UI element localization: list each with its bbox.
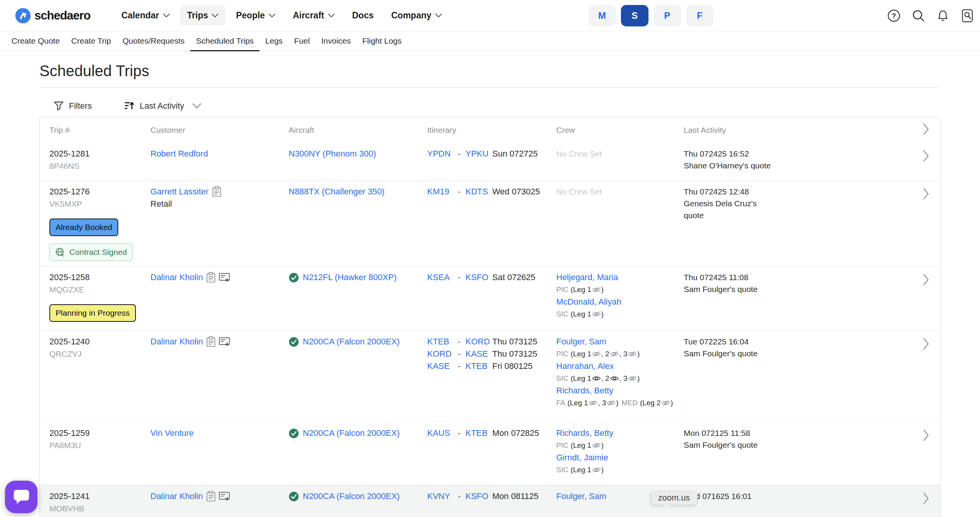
nav-item-calendar[interactable]: Calendar (114, 5, 176, 26)
notes-icon[interactable] (206, 491, 216, 502)
customer-link[interactable]: Dalinar Kholin (150, 490, 203, 502)
nav-item-company[interactable]: Company (384, 5, 449, 26)
workspace-tab-m[interactable]: M (588, 5, 616, 26)
trip-number: 2025-1241 (49, 490, 150, 502)
notifications-icon[interactable] (936, 9, 949, 22)
trip-sheet-icon[interactable] (219, 491, 231, 501)
last-activity-cell: Thu 072425 11:08 Sam Foulger's quote (684, 271, 776, 325)
workspace-tab-s[interactable]: S (621, 5, 648, 26)
crew-link[interactable]: Foulger, Sam (556, 336, 684, 348)
customer-link[interactable]: Robert Redford (150, 148, 208, 160)
trips-table: Trip # Customer Aircraft Itinerary Crew … (39, 117, 941, 517)
chevron-right-icon[interactable] (923, 186, 929, 201)
customer-link[interactable]: Garrett Lassiter (150, 186, 209, 198)
airport-link[interactable]: KASE (427, 360, 458, 372)
table-row[interactable]: 2025-1258 MQGZXE Planning in Progress Da… (40, 266, 940, 330)
eye-closed-icon (592, 287, 601, 293)
subnav-create-trip[interactable]: Create Trip (65, 31, 117, 51)
airport-link[interactable]: KSFO (466, 271, 492, 284)
chevron-right-icon[interactable] (923, 427, 929, 443)
subnav-flight-logs[interactable]: Flight Logs (356, 31, 407, 51)
airport-link[interactable]: KSEA (427, 271, 458, 284)
aircraft-link[interactable]: N212FL (Hawker 800XP) (303, 271, 397, 284)
airport-link[interactable]: KTEB (466, 427, 492, 439)
customer-link[interactable]: Dalinar Kholin (150, 336, 203, 348)
sort-dropdown[interactable]: Last Activity (124, 101, 202, 111)
aircraft-link[interactable]: N888TX (Challenger 350) (289, 186, 385, 198)
subnav-fuel[interactable]: Fuel (288, 31, 315, 51)
leg-date: Sun 072725 (492, 148, 538, 160)
chevron-right-icon[interactable] (923, 271, 929, 287)
audit-log-icon[interactable] (961, 9, 974, 23)
workspace-tab-p[interactable]: P (653, 5, 681, 26)
chevron-right-icon[interactable] (923, 336, 929, 351)
airport-link[interactable]: KTEB (466, 360, 492, 372)
table-row[interactable]: 2025-1240 QRCZVJ Dalinar Kholin N200CA (… (40, 330, 940, 422)
trip-sheet-icon[interactable] (219, 272, 231, 282)
airport-link[interactable]: YPKU (466, 148, 492, 160)
search-icon[interactable] (912, 9, 925, 22)
crew-link[interactable]: Heljegard, Maria (556, 271, 684, 284)
crew-link[interactable]: Richards, Betty (556, 385, 684, 397)
nav-item-aircraft[interactable]: Aircraft (286, 5, 342, 26)
table-row[interactable]: 2025-1281 8P46NS Robert Redford N300NY (… (40, 143, 940, 180)
workspace-tab-f[interactable]: F (686, 5, 714, 26)
chat-launcher-button[interactable] (5, 481, 38, 513)
trip-sheet-icon[interactable] (219, 337, 231, 347)
subnav-scheduled-trips[interactable]: Scheduled Trips (190, 31, 260, 51)
table-row[interactable]: 2025-1259 PA8M3U Vin Venture N200CA (Fal… (40, 422, 940, 485)
subnav-invoices[interactable]: Invoices (315, 31, 356, 51)
nav-item-docs[interactable]: Docs (345, 5, 381, 26)
airport-link[interactable]: KORD (466, 336, 492, 348)
notes-icon[interactable] (206, 272, 216, 283)
aircraft-link[interactable]: N300NY (Phenom 300) (289, 148, 376, 160)
crew-link[interactable]: Richards, Betty (556, 427, 684, 439)
nav-label: Trips (187, 10, 208, 21)
crew-link[interactable]: Girndt, Jaimie (556, 452, 684, 464)
chevron-down-icon (269, 13, 275, 18)
airport-link[interactable]: KM19 (427, 186, 458, 198)
airport-link[interactable]: KDTS (466, 186, 492, 198)
notes-icon[interactable] (206, 336, 216, 347)
nav-item-people[interactable]: People (229, 5, 282, 26)
notes-icon[interactable] (212, 186, 221, 197)
crew-link[interactable]: McDonald, Aliyah (556, 296, 684, 308)
airport-link[interactable]: KSFO (466, 490, 492, 502)
aircraft-cell: N200CA (Falcon 2000EX) (289, 490, 427, 517)
subnav-create-quote[interactable]: Create Quote (6, 31, 65, 51)
leg-ref: ) (671, 399, 673, 407)
logo[interactable]: schedaero (15, 8, 90, 23)
subnav-legs[interactable]: Legs (260, 31, 289, 51)
table-row[interactable]: 2025-1276 VK5MXP Already Booked Contract… (40, 180, 940, 266)
aircraft-link[interactable]: N200CA (Falcon 2000EX) (303, 427, 400, 439)
airport-link[interactable]: KASE (466, 348, 492, 360)
chevron-right-icon[interactable] (923, 490, 929, 506)
trip-cell: 2025-1281 8P46NS (49, 148, 150, 175)
crew-link[interactable]: Hanrahan, Alex (556, 360, 684, 372)
activity-time: Wed 071625 16:01 (684, 490, 776, 502)
chevron-right-icon[interactable] (923, 148, 929, 163)
help-icon[interactable] (887, 9, 900, 22)
aircraft-link[interactable]: N200CA (Falcon 2000EX) (303, 490, 400, 502)
airport-link[interactable]: KORD (427, 348, 458, 360)
airport-link[interactable]: KVNY (427, 490, 458, 502)
activity-time: Tue 072225 16:04 (684, 336, 776, 347)
leg-ref: , 3 (619, 350, 627, 358)
airport-link[interactable]: KAUS (427, 427, 458, 439)
trip-cell: 2025-1240 QRCZVJ (49, 336, 150, 417)
leg-separator: - (458, 348, 466, 360)
table-row[interactable]: 2025-1241 MOBVHB Dalinar Kholin N200CA (… (40, 485, 940, 517)
chevron-down-icon (328, 13, 335, 18)
chevron-down-icon (212, 13, 218, 18)
aircraft-link[interactable]: N200CA (Falcon 2000EX) (303, 336, 400, 348)
customer-link[interactable]: Vin Venture (150, 427, 194, 439)
leg-ref: ) (616, 399, 618, 407)
airport-link[interactable]: KTEB (427, 336, 458, 348)
customer-link[interactable]: Dalinar Kholin (150, 271, 203, 284)
eye-closed-icon (661, 400, 670, 406)
filters-button[interactable]: Filters (54, 101, 92, 111)
nav-item-trips[interactable]: Trips (180, 5, 226, 26)
leg-ref: (Leg 1 (571, 310, 591, 318)
airport-link[interactable]: YPDN (427, 148, 458, 160)
subnav-quotes-requests[interactable]: Quotes/Requests (117, 31, 190, 51)
